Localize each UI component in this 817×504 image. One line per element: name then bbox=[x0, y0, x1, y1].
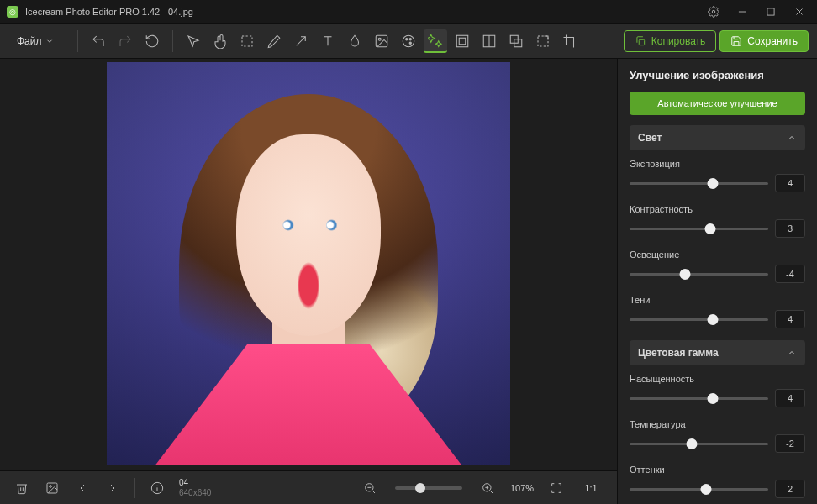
svg-rect-22 bbox=[639, 39, 644, 45]
photo-preview bbox=[107, 62, 510, 465]
text-tool[interactable] bbox=[316, 29, 340, 53]
frame-tool[interactable] bbox=[451, 29, 474, 53]
next-button[interactable] bbox=[101, 476, 124, 500]
blur-tool[interactable] bbox=[343, 29, 366, 53]
svg-point-10 bbox=[378, 38, 381, 40]
shadows-value[interactable]: 4 bbox=[775, 310, 805, 328]
statusbar: 04 640x640 107% 1:1 bbox=[0, 470, 617, 504]
saturation-slider[interactable] bbox=[630, 397, 768, 400]
save-label: Сохранить bbox=[747, 35, 798, 47]
panel-title: Улучшение изображения bbox=[630, 69, 805, 81]
chevron-up-icon bbox=[787, 133, 797, 143]
auto-enhance-button[interactable]: Автоматическое улучшение bbox=[630, 92, 805, 115]
copy-label: Копировать bbox=[651, 35, 706, 47]
window-title: Icecream Photo Editor PRO 1.42 - 04.jpg bbox=[25, 7, 701, 17]
info-icon bbox=[145, 476, 169, 500]
tint-value[interactable]: 2 bbox=[775, 480, 805, 498]
reset-button[interactable] bbox=[140, 29, 164, 53]
svg-rect-2 bbox=[767, 8, 774, 14]
contrast-slider[interactable] bbox=[630, 228, 768, 230]
file-menu[interactable]: Файл bbox=[8, 32, 62, 50]
slider-lighting: Освещение -4 bbox=[630, 249, 805, 283]
crop-tool[interactable] bbox=[558, 29, 582, 53]
slider-contrast: Контрастность 3 bbox=[630, 204, 805, 238]
temperature-value[interactable]: -2 bbox=[775, 434, 805, 453]
svg-point-13 bbox=[409, 38, 411, 39]
resize-tool[interactable] bbox=[531, 29, 555, 53]
marquee-tool[interactable] bbox=[235, 29, 259, 53]
svg-point-14 bbox=[409, 42, 411, 44]
svg-line-6 bbox=[296, 36, 305, 45]
file-menu-label: Файл bbox=[17, 35, 42, 47]
chevron-down-icon bbox=[45, 37, 54, 45]
svg-point-0 bbox=[712, 10, 715, 13]
undo-button[interactable] bbox=[87, 29, 110, 53]
prev-button[interactable] bbox=[71, 476, 94, 500]
layout-tool[interactable] bbox=[477, 29, 501, 53]
slider-saturation: Насыщенность 4 bbox=[630, 374, 805, 407]
copy-button[interactable]: Копировать bbox=[624, 30, 717, 52]
close-button[interactable] bbox=[787, 2, 812, 22]
filename-label: 04 bbox=[179, 478, 211, 488]
dimensions-label: 640x640 bbox=[179, 488, 211, 498]
overlay-tool[interactable] bbox=[504, 29, 528, 53]
lighting-value[interactable]: -4 bbox=[775, 265, 805, 283]
minimize-button[interactable] bbox=[730, 2, 755, 22]
zoom-in-button[interactable] bbox=[476, 476, 499, 500]
contrast-value[interactable]: 3 bbox=[775, 219, 805, 238]
hand-tool[interactable] bbox=[208, 29, 232, 53]
temperature-slider[interactable] bbox=[630, 443, 768, 445]
save-button[interactable]: Сохранить bbox=[719, 30, 809, 52]
titlebar: ◎ Icecream Photo Editor PRO 1.42 - 04.jp… bbox=[0, 0, 817, 24]
section-color-label: Цветовая гамма bbox=[638, 347, 719, 359]
tint-slider[interactable] bbox=[630, 488, 768, 491]
zoom-level: 107% bbox=[506, 483, 538, 493]
maximize-button[interactable] bbox=[758, 2, 783, 22]
svg-rect-21 bbox=[538, 36, 548, 46]
svg-line-29 bbox=[372, 490, 375, 492]
settings-icon[interactable] bbox=[701, 2, 726, 22]
image-tool[interactable] bbox=[370, 29, 393, 53]
save-icon bbox=[730, 35, 742, 47]
pointer-tool[interactable] bbox=[182, 29, 205, 53]
svg-point-11 bbox=[403, 35, 414, 47]
toolbar: Файл Копировать Сохранить bbox=[0, 24, 817, 59]
svg-rect-5 bbox=[242, 36, 252, 46]
slider-tint: Оттенки 2 bbox=[630, 465, 805, 498]
enhance-tool[interactable] bbox=[424, 29, 447, 53]
actual-size-button[interactable]: 1:1 bbox=[575, 483, 607, 493]
copy-icon bbox=[635, 35, 646, 47]
svg-rect-16 bbox=[459, 38, 466, 45]
fullscreen-button[interactable] bbox=[545, 476, 568, 500]
slider-temperature: Температура -2 bbox=[630, 419, 805, 453]
zoom-out-button[interactable] bbox=[358, 476, 382, 500]
section-light-label: Свет bbox=[638, 132, 662, 144]
slider-shadows: Тени 4 bbox=[630, 295, 805, 328]
delete-button[interactable] bbox=[10, 476, 34, 500]
shadows-slider[interactable] bbox=[630, 318, 768, 321]
gallery-button[interactable] bbox=[40, 476, 64, 500]
canvas[interactable] bbox=[0, 59, 617, 470]
exposure-value[interactable]: 4 bbox=[775, 174, 805, 192]
slider-exposure: Экспозиция 4 bbox=[630, 159, 805, 192]
redo-button[interactable] bbox=[113, 29, 137, 53]
brush-tool[interactable] bbox=[262, 29, 286, 53]
saturation-value[interactable]: 4 bbox=[775, 389, 805, 407]
section-light[interactable]: Свет bbox=[630, 125, 805, 150]
chevron-up-icon bbox=[787, 348, 797, 358]
enhance-panel: Улучшение изображения Автоматическое улу… bbox=[617, 59, 817, 504]
app-icon: ◎ bbox=[7, 6, 18, 18]
svg-line-32 bbox=[490, 490, 493, 492]
exposure-slider[interactable] bbox=[630, 182, 768, 185]
svg-point-12 bbox=[405, 38, 407, 39]
arrow-tool[interactable] bbox=[289, 29, 313, 53]
svg-point-24 bbox=[50, 485, 52, 487]
lighting-slider[interactable] bbox=[630, 273, 768, 276]
section-color[interactable]: Цветовая гамма bbox=[630, 340, 805, 365]
svg-point-27 bbox=[157, 486, 158, 486]
zoom-slider[interactable] bbox=[395, 486, 462, 490]
color-tool[interactable] bbox=[397, 29, 420, 53]
svg-rect-15 bbox=[456, 35, 468, 47]
